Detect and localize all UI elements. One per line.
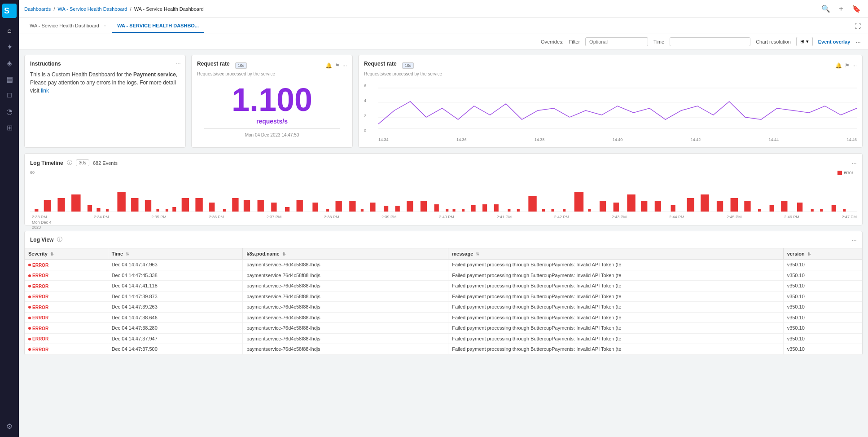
chart-subtitle: Requests/sec processed by the service (364, 71, 857, 76)
col-message[interactable]: message ⇅ (448, 248, 783, 260)
svg-rect-12 (96, 208, 100, 212)
chart-bell-icon[interactable]: 🔔 (835, 62, 842, 69)
svg-rect-62 (701, 194, 709, 212)
instruction-link[interactable]: link (41, 88, 49, 94)
cell-version: v350.10 (783, 323, 862, 334)
svg-rect-68 (781, 201, 787, 212)
log-view-more-button[interactable]: ··· (851, 236, 857, 243)
col-pod[interactable]: k8s.pod.name ⇅ (243, 248, 448, 260)
infra-nav-icon[interactable]: ◈ (2, 56, 17, 70)
svg-rect-46 (494, 204, 499, 212)
filter-label: Filter (569, 39, 580, 44)
col-version[interactable]: version ⇅ (783, 248, 862, 260)
svg-rect-24 (232, 198, 238, 212)
home-nav-icon[interactable]: ⌂ (2, 23, 17, 38)
legend-error-label: error (844, 170, 853, 175)
metric-bell-icon[interactable]: 🔔 (325, 62, 332, 69)
search-button[interactable]: 🔍 (820, 3, 832, 15)
log-timeline-badge[interactable]: 30s (76, 159, 89, 166)
log-view-info-icon[interactable]: ⓘ (57, 236, 62, 243)
svg-rect-10 (71, 194, 80, 212)
dashboards-nav-icon[interactable]: ⊞ (2, 120, 17, 135)
chart-flag-icon[interactable]: ⚑ (845, 62, 850, 69)
svg-rect-50 (542, 209, 545, 212)
bookmark-button[interactable]: 🔖 (850, 3, 863, 15)
tab-dashboard-2[interactable]: WA - SERVICE HEALTH DASHBO... (112, 19, 204, 33)
oncall-nav-icon[interactable]: ◔ (2, 104, 17, 119)
svg-rect-30 (312, 203, 318, 212)
breadcrumb-root[interactable]: Dashboards (24, 6, 51, 12)
severity-badge: ERROR (28, 326, 48, 331)
metric-more-button[interactable]: ··· (342, 62, 347, 69)
table-row: ERROR Dec 04 14:47:37.947 paymentservice… (25, 333, 862, 344)
svg-rect-64 (731, 198, 738, 212)
svg-rect-63 (717, 201, 723, 212)
event-overlay-link[interactable]: Event overlay (818, 39, 850, 44)
tab-1-more[interactable]: ··· (102, 23, 106, 28)
svg-rect-22 (209, 203, 215, 212)
cell-pod: paymentservice-76d4c58f88-lhdjs (243, 260, 448, 270)
maximize-button[interactable]: ⛶ (853, 21, 863, 31)
settings-nav-icon[interactable]: ⚙ (2, 419, 17, 433)
cell-pod: paymentservice-76d4c58f88-lhdjs (243, 291, 448, 302)
splunk-logo[interactable]: S (2, 4, 17, 18)
line-chart-container: 6 4 2 0 14:34 14:36 14:38 14:40 14:42 14… (364, 84, 857, 142)
apm-nav-icon[interactable]: ✦ (2, 40, 17, 54)
metric-divider (204, 128, 340, 129)
cell-severity: ERROR (25, 281, 108, 291)
svg-rect-44 (471, 205, 475, 212)
metric-unit: requests/s (197, 118, 347, 125)
cell-time: Dec 04 14:47:39.263 (108, 302, 243, 313)
content-area: Instructions ··· This is a Custom Health… (19, 49, 868, 437)
severity-badge: ERROR (28, 305, 48, 310)
svg-rect-58 (641, 201, 647, 212)
time-input[interactable] (670, 37, 750, 46)
overrides-label: Overrides: (541, 39, 564, 44)
filter-input[interactable] (585, 37, 648, 46)
chart-card-badge: 10s (402, 62, 414, 69)
logs-nav-icon[interactable]: ▤ (2, 72, 17, 86)
chart-more-button[interactable]: ··· (852, 62, 857, 69)
svg-rect-42 (452, 209, 455, 212)
add-button[interactable]: ＋ (836, 2, 846, 15)
svg-rect-18 (166, 209, 168, 212)
cell-pod: paymentservice-76d4c58f88-lhdjs (243, 323, 448, 334)
table-row: ERROR Dec 04 14:47:45.338 paymentservice… (25, 270, 862, 281)
cell-version: v350.10 (783, 312, 862, 323)
instructions-title: Instructions (30, 61, 180, 67)
log-timeline-more-button[interactable]: ··· (851, 159, 857, 167)
svg-rect-35 (370, 203, 375, 212)
breadcrumb-parent[interactable]: WA - Service Health Dashboard (58, 6, 127, 12)
log-timeline-info-icon[interactable]: ⓘ (67, 159, 72, 167)
metric-card-badge: 10s (235, 62, 247, 69)
toolbar-more-button[interactable]: ··· (855, 38, 861, 45)
svg-rect-29 (297, 200, 303, 212)
svg-rect-56 (614, 203, 619, 212)
synth-nav-icon[interactable]: □ (2, 88, 17, 102)
line-chart-svg (378, 84, 857, 133)
cell-severity: ERROR (25, 333, 108, 344)
svg-rect-9 (57, 198, 65, 212)
col-time[interactable]: Time ⇅ (108, 248, 243, 260)
cell-time: Dec 04 14:47:37.947 (108, 333, 243, 344)
svg-rect-41 (446, 209, 448, 212)
svg-rect-43 (462, 209, 465, 212)
log-table-body: ERROR Dec 04 14:47:47.963 paymentservice… (25, 260, 862, 355)
svg-rect-32 (336, 201, 342, 212)
chart-resolution-button[interactable]: ⊞ ▾ (796, 37, 813, 46)
instructions-card: Instructions ··· This is a Custom Health… (24, 55, 186, 148)
cell-message: Failed payment processing through Butter… (448, 260, 783, 270)
severity-badge: ERROR (28, 273, 48, 278)
tab-dashboard-1[interactable]: WA - Service Health Dashboard ··· (24, 19, 112, 33)
metric-flag-icon[interactable]: ⚑ (335, 62, 340, 69)
svg-rect-27 (271, 203, 276, 212)
cell-version: v350.10 (783, 344, 862, 355)
instructions-more-button[interactable]: ··· (175, 60, 181, 67)
severity-dot (28, 285, 31, 287)
table-row: ERROR Dec 04 14:47:47.963 paymentservice… (25, 260, 862, 270)
log-table-header: Severity ⇅ Time ⇅ k8s.pod.name ⇅ message… (25, 248, 862, 260)
svg-rect-28 (285, 207, 289, 212)
log-timeline-events: 682 Events (93, 160, 118, 166)
col-severity[interactable]: Severity ⇅ (25, 248, 108, 260)
svg-rect-49 (528, 196, 536, 212)
